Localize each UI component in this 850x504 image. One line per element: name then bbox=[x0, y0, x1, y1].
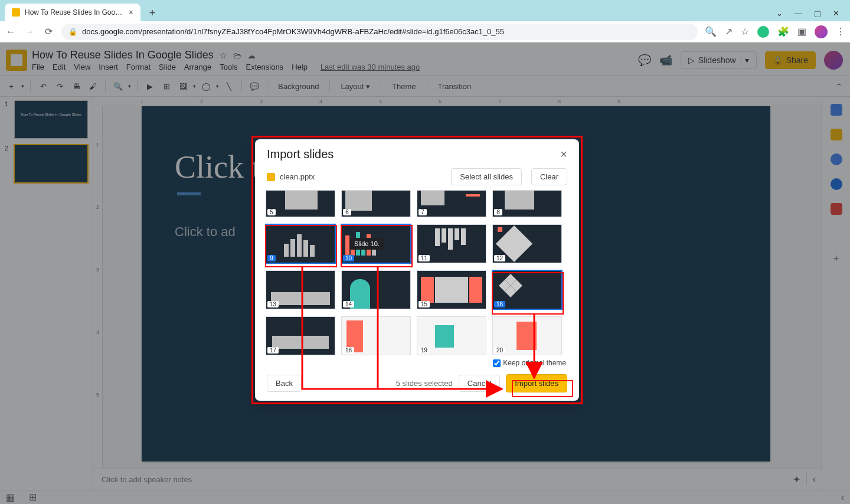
share-url-icon[interactable]: ↗ bbox=[725, 26, 733, 37]
extension-icon[interactable] bbox=[757, 26, 769, 38]
lock-icon: 🔒 bbox=[68, 28, 77, 36]
tab-title: How To Reuse Slides In Google S bbox=[25, 8, 124, 17]
chevron-down-icon[interactable]: ⌄ bbox=[776, 9, 783, 18]
import-slide-9[interactable]: 9 bbox=[266, 224, 335, 263]
browser-tab[interactable]: How To Reuse Slides In Google S × bbox=[5, 4, 140, 21]
select-all-button[interactable]: Select all slides bbox=[451, 168, 522, 185]
import-slide-12[interactable]: 12 bbox=[492, 224, 562, 263]
file-icon bbox=[267, 173, 275, 181]
source-filename: clean.pptx bbox=[280, 172, 446, 181]
cancel-button[interactable]: Cancel bbox=[459, 375, 500, 392]
tooltip: Slide 10. bbox=[349, 238, 384, 250]
close-tab-icon[interactable]: × bbox=[129, 8, 133, 17]
new-tab-button[interactable]: + bbox=[144, 5, 161, 21]
dialog-title: Import slides bbox=[267, 148, 560, 161]
minimize-icon[interactable]: — bbox=[795, 9, 802, 18]
url-text: docs.google.com/presentation/d/1nl7fsnyZ… bbox=[82, 27, 504, 36]
import-slide-5[interactable]: 5 bbox=[266, 190, 335, 217]
extensions-icon[interactable]: 🧩 bbox=[777, 26, 789, 37]
close-window-icon[interactable]: ✕ bbox=[833, 9, 839, 18]
selected-count: 5 slides selected bbox=[396, 379, 453, 388]
import-slide-17[interactable]: 17 bbox=[266, 316, 335, 355]
import-slide-10[interactable]: Slide 10. 10 bbox=[341, 224, 411, 263]
bookmark-icon[interactable]: ☆ bbox=[741, 26, 749, 37]
browser-tab-strip: How To Reuse Slides In Google S × + ⌄ — … bbox=[0, 0, 850, 21]
import-slide-7[interactable]: 7 bbox=[417, 190, 486, 217]
import-slide-14[interactable]: 14 bbox=[341, 270, 411, 309]
sidepanel-icon[interactable]: ▣ bbox=[797, 26, 806, 37]
import-slide-16[interactable]: 16 bbox=[492, 270, 562, 309]
back-button[interactable]: Back bbox=[267, 375, 302, 392]
address-bar[interactable]: 🔒 docs.google.com/presentation/d/1nl7fsn… bbox=[61, 24, 698, 40]
import-slide-6[interactable]: 6 bbox=[341, 190, 411, 217]
slide-grid: 5 6 7 8 9 Slide 10. bbox=[266, 190, 568, 355]
import-slides-dialog: Import slides × clean.pptx Select all sl… bbox=[255, 139, 579, 401]
import-slide-20[interactable]: 20 bbox=[492, 316, 562, 355]
import-slide-13[interactable]: 13 bbox=[266, 270, 335, 309]
import-button[interactable]: Import slides bbox=[506, 374, 567, 392]
profile-avatar[interactable] bbox=[815, 25, 828, 38]
chrome-menu-icon[interactable]: ⋮ bbox=[836, 26, 845, 37]
window-controls: ⌄ — ▢ ✕ bbox=[776, 9, 845, 21]
slides-favicon bbox=[12, 8, 20, 17]
clear-button[interactable]: Clear bbox=[531, 168, 567, 185]
import-slide-11[interactable]: 11 bbox=[417, 224, 486, 263]
zoom-icon[interactable]: 🔍 bbox=[705, 26, 717, 37]
forward-icon[interactable]: → bbox=[24, 26, 35, 38]
import-slide-15[interactable]: 15 bbox=[417, 270, 486, 309]
back-icon[interactable]: ← bbox=[5, 26, 17, 38]
import-slide-18[interactable]: 18 bbox=[341, 316, 411, 355]
maximize-icon[interactable]: ▢ bbox=[814, 9, 821, 18]
close-icon[interactable]: × bbox=[560, 148, 567, 161]
keep-theme-checkbox[interactable] bbox=[493, 359, 501, 367]
import-slide-8[interactable]: 8 bbox=[492, 190, 562, 217]
reload-icon[interactable]: ⟳ bbox=[42, 26, 54, 38]
keep-theme-row[interactable]: Keep original theme bbox=[255, 355, 579, 368]
import-slide-19[interactable]: 19 bbox=[417, 316, 486, 355]
browser-toolbar: ← → ⟳ 🔒 docs.google.com/presentation/d/1… bbox=[0, 21, 850, 42]
